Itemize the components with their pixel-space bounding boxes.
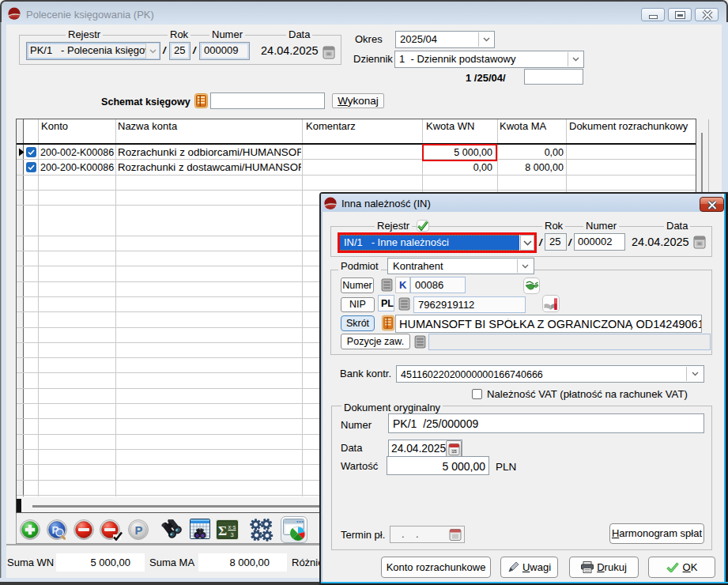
svg-text:15: 15 [451,449,456,454]
svg-text:x·s: x·s [228,523,236,530]
svg-text:P: P [134,523,142,537]
svg-text:Σ: Σ [218,523,227,538]
svg-text:3: 3 [230,531,233,538]
